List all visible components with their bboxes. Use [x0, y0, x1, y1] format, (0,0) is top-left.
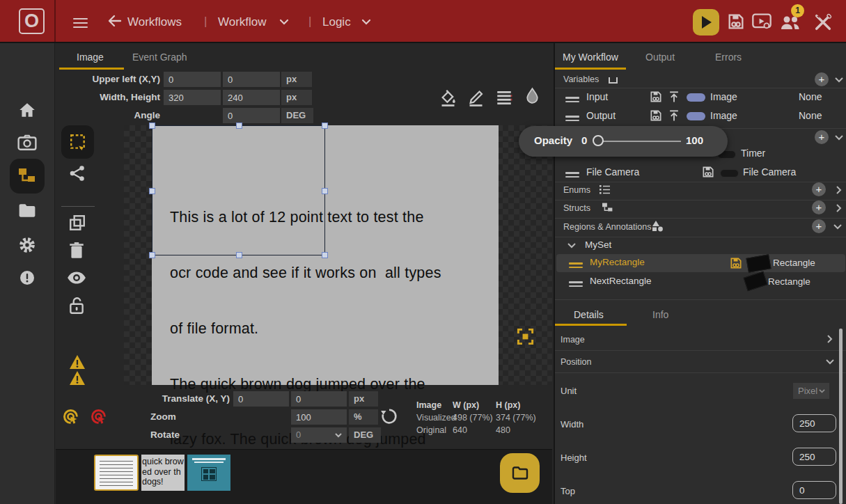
workflow-chevron-down-icon[interactable]	[279, 18, 290, 26]
reset-view-icon[interactable]	[379, 407, 399, 426]
rotate-select[interactable]: 0	[291, 427, 347, 443]
type-pill-image[interactable]	[687, 93, 705, 102]
opacity-drop-icon[interactable]	[523, 87, 542, 107]
warning-icon[interactable]	[69, 354, 86, 370]
save-link-icon[interactable]	[726, 12, 746, 31]
save-link-icon[interactable]	[729, 256, 743, 270]
logic-chevron-down-icon[interactable]	[361, 18, 372, 26]
tools-icon[interactable]	[813, 13, 833, 32]
home-icon[interactable]	[18, 102, 36, 118]
device-name[interactable]: File Camera	[586, 166, 639, 178]
region-top-input[interactable]	[792, 481, 836, 499]
tab-event-graph[interactable]: Event Graph	[132, 52, 187, 63]
drag-handle-icon[interactable]	[569, 260, 583, 270]
trash-icon[interactable]	[68, 242, 88, 261]
thumbnail-dogs[interactable]: quick brow ed over th dogs!	[141, 455, 185, 491]
drag-handle-icon[interactable]	[569, 279, 583, 289]
roi-handle[interactable]	[149, 188, 155, 194]
marquee-tool-active[interactable]	[61, 125, 94, 159]
height-input[interactable]	[223, 90, 280, 105]
roi-handle[interactable]	[236, 123, 242, 129]
notification-badge[interactable]: 1	[791, 4, 804, 17]
roi-handle[interactable]	[322, 123, 328, 129]
zoom-input[interactable]	[291, 409, 347, 425]
canvas-viewport[interactable]: This is a lot of 12 point text to test t…	[124, 125, 552, 385]
position-collapse-icon[interactable]	[825, 359, 835, 365]
screen-settings-icon[interactable]	[751, 13, 772, 31]
camera-icon[interactable]	[17, 134, 37, 151]
roi-handle[interactable]	[322, 188, 328, 194]
save-link-icon[interactable]	[701, 165, 715, 179]
add-variable-button[interactable]: +	[815, 72, 829, 86]
variable-name[interactable]: Input	[586, 91, 608, 102]
visibility-eye-icon[interactable]	[66, 269, 86, 289]
fit-region-icon[interactable]	[516, 327, 535, 346]
position-section[interactable]: Position	[561, 357, 591, 367]
details-scrollbar[interactable]	[839, 329, 843, 504]
roi-selection-rectangle[interactable]	[152, 125, 325, 255]
export-up-icon[interactable]	[667, 109, 681, 123]
variable-name[interactable]: Output	[586, 110, 616, 121]
tab-details[interactable]: Details	[574, 309, 604, 320]
drag-handle-icon[interactable]	[565, 113, 579, 123]
back-arrow-icon[interactable]	[107, 13, 123, 29]
region-name[interactable]: NextRectangle	[590, 276, 652, 286]
run-workflow-button[interactable]	[693, 9, 719, 36]
pencil-icon[interactable]	[467, 88, 485, 107]
drag-handle-icon[interactable]	[565, 95, 579, 104]
translate-x-input[interactable]	[233, 391, 289, 407]
line-style-icon[interactable]	[495, 88, 513, 107]
save-link-icon[interactable]	[649, 90, 663, 104]
width-input[interactable]	[164, 90, 221, 105]
add-region-button[interactable]: +	[812, 219, 826, 233]
type-pill-image[interactable]	[687, 112, 705, 120]
users-icon[interactable]	[779, 15, 801, 31]
devices-collapse-icon[interactable]	[834, 134, 844, 141]
add-struct-button[interactable]: +	[812, 200, 826, 214]
roi-handle[interactable]	[236, 252, 242, 258]
image-section[interactable]: Image	[561, 335, 585, 345]
save-link-icon[interactable]	[649, 109, 663, 123]
myset-collapse-icon[interactable]	[567, 242, 577, 249]
upper-left-x-input[interactable]	[164, 72, 221, 87]
tab-info[interactable]: Info	[652, 309, 668, 320]
workflow-dropdown[interactable]: Workflow	[218, 15, 267, 29]
regions-collapse-icon[interactable]	[833, 223, 843, 230]
add-enum-button[interactable]: +	[812, 182, 826, 196]
region-name[interactable]: MyRectangle	[590, 257, 645, 267]
angle-input[interactable]	[223, 108, 280, 123]
roi-handle[interactable]	[149, 252, 155, 258]
roi-handle[interactable]	[149, 123, 155, 129]
variables-collapse-icon[interactable]	[834, 77, 844, 84]
workflow-nav-active-button[interactable]	[10, 159, 45, 194]
app-logo[interactable]: O	[19, 8, 45, 34]
fill-bucket-icon[interactable]	[439, 88, 457, 107]
alert-icon[interactable]	[19, 269, 36, 286]
region-width-input[interactable]	[792, 414, 836, 432]
drag-handle-icon[interactable]	[565, 170, 579, 180]
translate-y-input[interactable]	[291, 391, 347, 407]
tab-image[interactable]: Image	[77, 52, 104, 63]
open-folder-button[interactable]	[500, 453, 540, 493]
opacity-slider-thumb[interactable]	[593, 135, 604, 146]
thumbnail-teal-chart[interactable]	[187, 455, 230, 491]
click-tool-red-icon[interactable]	[89, 407, 108, 426]
click-tool-yellow-icon[interactable]	[61, 407, 80, 426]
export-up-icon[interactable]	[667, 90, 681, 104]
upper-left-y-input[interactable]	[223, 72, 280, 87]
region-height-input[interactable]	[792, 448, 836, 466]
image-expand-icon[interactable]	[827, 334, 833, 344]
warning-icon[interactable]	[69, 370, 86, 386]
unlock-icon[interactable]	[68, 297, 88, 316]
enums-expand-icon[interactable]	[836, 185, 843, 195]
roi-handle[interactable]	[322, 252, 328, 258]
tab-my-workflow[interactable]: My Workflow	[563, 52, 618, 63]
unit-select-disabled[interactable]: Pixel	[793, 383, 829, 399]
logic-dropdown[interactable]: Logic	[322, 15, 351, 29]
opacity-slider-track[interactable]	[603, 141, 681, 142]
thumbnail-ocr-selected[interactable]	[94, 455, 139, 491]
folder-icon[interactable]	[18, 203, 36, 218]
structs-expand-icon[interactable]	[836, 203, 843, 213]
breadcrumb-workflows[interactable]: Workflows	[127, 15, 182, 29]
gear-icon[interactable]	[18, 236, 36, 254]
